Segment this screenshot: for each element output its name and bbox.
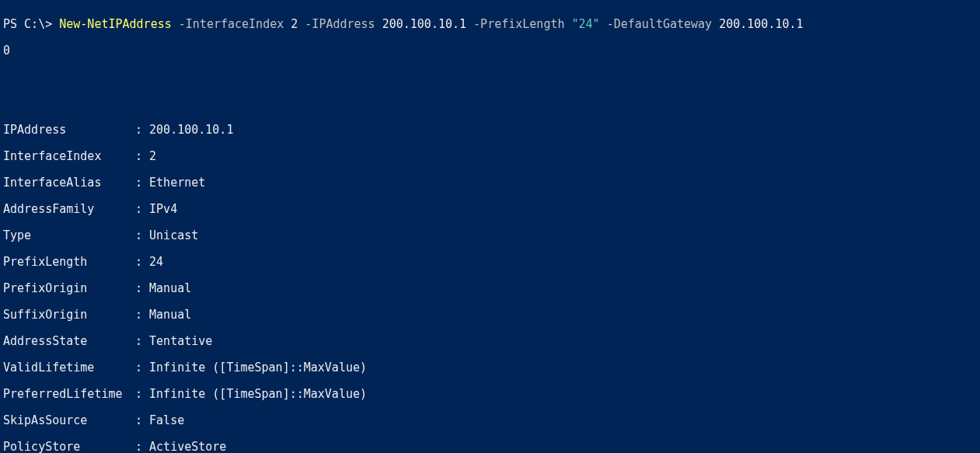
label-suffixorigin: SuffixOrigin <box>3 308 135 322</box>
param-ipaddress-value: 200.100.10.1 <box>382 17 466 31</box>
output-row: PrefixOrigin: Manual <box>3 282 977 295</box>
separator: : <box>135 335 149 348</box>
param-interfaceindex-value: 2 <box>291 17 298 31</box>
separator: : <box>135 282 149 295</box>
separator: : <box>135 361 149 375</box>
value-prefixorigin: Manual <box>149 281 191 295</box>
value-addressstate: Tentative <box>149 334 212 348</box>
label-preferredlifetime: PreferredLifetime <box>3 388 135 401</box>
value-interfacealias: Ethernet <box>149 176 205 190</box>
param-ipaddress: -IPAddress <box>298 17 382 31</box>
separator: : <box>135 308 149 322</box>
output-row: SkipAsSource: False <box>3 414 977 427</box>
param-prefixlength: -PrefixLength <box>466 17 571 31</box>
output-row: IPAddress: 200.100.10.1 <box>3 124 977 137</box>
output-row: InterfaceIndex: 2 <box>3 150 977 163</box>
output-row: InterfaceAlias: Ethernet <box>3 176 977 190</box>
param-prefixlength-value: "24" <box>572 17 600 31</box>
output-row: ValidLifetime: Infinite ([TimeSpan]::Max… <box>3 361 977 375</box>
param-defaultgateway-value-part2: 0 <box>3 44 10 57</box>
label-type: Type <box>3 229 135 242</box>
separator: : <box>135 124 149 137</box>
label-addressstate: AddressState <box>3 335 135 348</box>
label-policystore: PolicyStore <box>3 441 135 453</box>
cmdlet-name: New-NetIPAddress <box>59 17 172 31</box>
blank-line <box>3 71 977 84</box>
value-type: Unicast <box>149 228 198 242</box>
label-addressfamily: AddressFamily <box>3 203 135 216</box>
value-ipaddress: 200.100.10.1 <box>149 123 233 137</box>
command-line-wrap: 0 <box>3 44 977 57</box>
output-row: AddressFamily: IPv4 <box>3 203 977 216</box>
label-interfacealias: InterfaceAlias <box>3 176 135 190</box>
separator: : <box>135 388 149 401</box>
output-row: AddressState: Tentative <box>3 335 977 348</box>
output-row: PreferredLifetime: Infinite ([TimeSpan]:… <box>3 388 977 401</box>
param-defaultgateway-value-part1: 200.100.10.1 <box>719 17 803 31</box>
powershell-terminal[interactable]: PS C:\> New-NetIPAddress -InterfaceIndex… <box>0 0 980 453</box>
label-prefixorigin: PrefixOrigin <box>3 282 135 295</box>
value-policystore: ActiveStore <box>149 440 226 453</box>
separator: : <box>135 203 149 216</box>
label-ipaddress: IPAddress <box>3 124 135 137</box>
output-row: PolicyStore: ActiveStore <box>3 441 977 453</box>
param-defaultgateway: -DefaultGateway <box>600 17 720 31</box>
separator: : <box>135 150 149 163</box>
separator: : <box>135 176 149 190</box>
output-row: PrefixLength: 24 <box>3 256 977 269</box>
prompt: PS C:\> <box>3 17 59 31</box>
separator: : <box>135 229 149 242</box>
label-interfaceindex: InterfaceIndex <box>3 150 135 163</box>
separator: : <box>135 441 149 453</box>
command-line: PS C:\> New-NetIPAddress -InterfaceIndex… <box>3 18 977 31</box>
value-interfaceindex: 2 <box>149 149 156 163</box>
value-suffixorigin: Manual <box>149 308 191 322</box>
value-prefixlength: 24 <box>149 255 163 269</box>
separator: : <box>135 414 149 427</box>
label-validlifetime: ValidLifetime <box>3 361 135 375</box>
output-row: Type: Unicast <box>3 229 977 242</box>
separator: : <box>135 256 149 269</box>
value-preferredlifetime: Infinite ([TimeSpan]::MaxValue) <box>149 387 367 401</box>
label-prefixlength: PrefixLength <box>3 256 135 269</box>
param-interfaceindex: -InterfaceIndex <box>172 17 291 31</box>
label-skipassource: SkipAsSource <box>3 414 135 427</box>
value-validlifetime: Infinite ([TimeSpan]::MaxValue) <box>149 361 367 375</box>
blank-line <box>3 97 977 110</box>
value-skipassource: False <box>149 413 184 427</box>
value-addressfamily: IPv4 <box>149 202 177 216</box>
output-row: SuffixOrigin: Manual <box>3 308 977 322</box>
